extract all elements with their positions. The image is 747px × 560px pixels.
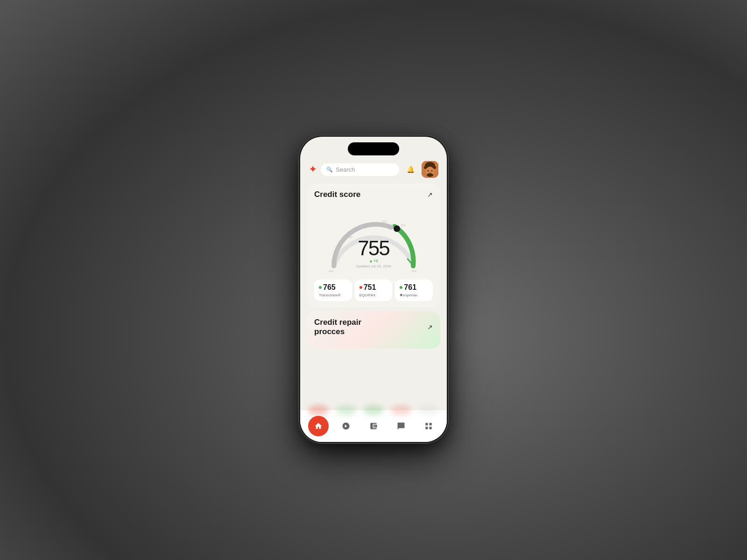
experian-score: 761 xyxy=(400,283,428,292)
svg-point-5 xyxy=(429,172,431,173)
screen-content: ✦ 🔍 Search 🔔 xyxy=(300,155,447,442)
experian-dot xyxy=(400,286,402,289)
bottom-nav xyxy=(300,410,447,442)
svg-text:700: 700 xyxy=(382,220,387,223)
search-icon: 🔍 xyxy=(326,167,333,173)
bureau-equifax[interactable]: 751 EQUIFAX xyxy=(355,280,393,301)
avatar-svg xyxy=(422,161,438,178)
svg-point-9 xyxy=(425,165,428,167)
phone-screen: ✦ 🔍 Search 🔔 xyxy=(300,137,447,442)
notification-button[interactable]: 🔔 xyxy=(403,162,418,177)
bureau-transunion[interactable]: 765 TransUnion® xyxy=(314,280,352,301)
credit-score-link-icon[interactable]: ↗ xyxy=(427,191,433,198)
search-placeholder-text: Search xyxy=(336,166,355,173)
bell-icon: 🔔 xyxy=(407,166,415,173)
gauge-chart: 300 580 640 700 750 850 755 xyxy=(314,203,433,278)
app-logo: ✦ xyxy=(309,163,317,175)
experian-name: ✱experian. xyxy=(400,293,428,297)
nav-chart-button[interactable] xyxy=(336,416,356,436)
nav-wallet-button[interactable] xyxy=(363,416,384,436)
phone-frame: ✦ 🔍 Search 🔔 xyxy=(299,135,448,443)
transunion-score: 765 xyxy=(319,283,347,292)
avatar[interactable] xyxy=(422,161,438,178)
credit-repair-subtitle: procces xyxy=(314,327,361,336)
score-updated-date: Updated Jul 16, 2024 xyxy=(356,264,391,268)
svg-text:850: 850 xyxy=(412,270,417,273)
avatar-image xyxy=(422,161,438,178)
nav-messages-button[interactable] xyxy=(391,416,411,436)
gauge-center-display: 755 ▲ +6 Updated Jul 16, 2024 xyxy=(356,238,391,268)
svg-text:300: 300 xyxy=(329,270,334,273)
credit-score-value: 755 xyxy=(356,238,391,259)
svg-point-10 xyxy=(433,165,435,167)
credit-repair-link-icon[interactable]: ↗ xyxy=(427,323,433,331)
equifax-name: EQUIFAX xyxy=(359,293,388,297)
credit-repair-card-header: Credit repair procces ↗ xyxy=(314,318,433,336)
credit-repair-title-block: Credit repair procces xyxy=(314,318,361,336)
svg-point-3 xyxy=(428,170,429,172)
svg-point-6 xyxy=(427,173,433,177)
nav-grid-button[interactable] xyxy=(418,416,439,436)
wallet-icon xyxy=(369,422,378,430)
transunion-dot xyxy=(319,286,322,289)
dynamic-island xyxy=(348,142,399,155)
change-value: +6 xyxy=(374,259,378,263)
svg-text:750: 750 xyxy=(401,224,406,227)
equifax-score: 751 xyxy=(359,283,388,292)
bureau-experian[interactable]: 761 ✱experian. xyxy=(395,280,433,301)
svg-point-11 xyxy=(394,225,400,232)
home-icon xyxy=(314,422,323,430)
change-arrow-icon: ▲ xyxy=(369,259,373,263)
credit-score-card: Credit score ↗ xyxy=(307,183,440,308)
equifax-dot xyxy=(359,286,362,289)
svg-text:640: 640 xyxy=(363,225,368,228)
main-scroll-area: Credit score ↗ xyxy=(300,182,447,410)
messages-icon xyxy=(397,422,405,430)
svg-point-4 xyxy=(431,170,433,172)
nav-home-button[interactable] xyxy=(308,416,329,436)
search-bar[interactable]: 🔍 Search xyxy=(321,163,399,176)
credit-repair-title: Credit repair xyxy=(314,318,361,327)
grid-icon xyxy=(424,422,433,430)
chart-icon xyxy=(342,422,350,430)
app-header: ✦ 🔍 Search 🔔 xyxy=(300,155,447,182)
credit-score-title: Credit score xyxy=(314,190,360,199)
credit-score-card-header: Credit score ↗ xyxy=(314,190,433,199)
transunion-name: TransUnion® xyxy=(319,293,347,297)
phone-mockup: ✦ 🔍 Search 🔔 xyxy=(299,135,448,443)
credit-repair-card: Credit repair procces ↗ xyxy=(307,311,440,349)
bureau-scores-row: 765 TransUnion® 751 EQUIFAX xyxy=(314,280,433,301)
svg-text:580: 580 xyxy=(348,236,353,238)
